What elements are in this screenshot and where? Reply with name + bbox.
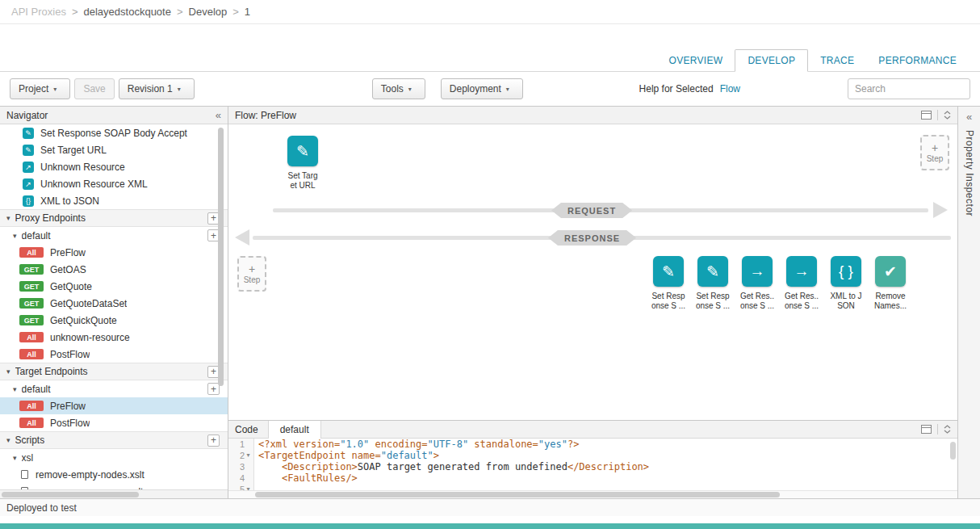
navigator-tree: ✎Set Response SOAP Body Accept✎Set Targe… xyxy=(0,124,228,489)
nav-group-default[interactable]: ▾default+ xyxy=(0,227,228,244)
nav-item-getquickquote[interactable]: GETGetQuickQuote xyxy=(0,312,228,329)
code-token: "UTF-8" xyxy=(428,439,469,450)
flow-step[interactable]: →Get Res.. onse S ... xyxy=(783,256,820,311)
method-badge: GET xyxy=(19,264,44,275)
flow-step[interactable]: →Get Res.. onse S ... xyxy=(739,256,776,311)
nav-label: remove-empty-nodes.xslt xyxy=(36,469,144,481)
project-button[interactable]: Project ▾ xyxy=(10,78,70,99)
caret-down-icon[interactable]: ▾ xyxy=(13,385,17,393)
breadcrumb-item-1: 1 xyxy=(245,6,250,18)
caret-down-icon[interactable]: ▾ xyxy=(6,214,10,222)
breadcrumb-item-develop[interactable]: Develop xyxy=(189,6,228,18)
add-button[interactable]: + xyxy=(207,435,220,447)
flow-step[interactable]: { }XML to J SON xyxy=(827,256,865,311)
tab-overview[interactable]: OVERVIEW xyxy=(657,50,735,71)
flow-header: Flow: PreFlow xyxy=(228,107,957,124)
revision-button[interactable]: Revision 1 ▾ xyxy=(119,78,195,99)
nav-item-getquote[interactable]: GETGetQuote xyxy=(0,278,228,295)
code-line[interactable]: 4 <FaultRules/> xyxy=(228,472,957,484)
nav-item-unknown-resource[interactable]: ↗Unknown Resource xyxy=(0,158,228,175)
code-text: <?xml version="1.0" encoding="UTF-8" sta… xyxy=(254,439,579,450)
code-vscrollbar[interactable] xyxy=(950,442,956,460)
method-badge: All xyxy=(19,247,44,258)
nav-item-remove-namespaces-xslt[interactable]: remove-namespaces.xslt xyxy=(0,483,228,489)
panel-layout-icon[interactable] xyxy=(921,425,932,434)
nav-label: xsl xyxy=(22,452,34,464)
method-badge: All xyxy=(19,401,44,411)
navigator-scrollbar[interactable] xyxy=(218,128,224,386)
caret-down-icon[interactable]: ▾ xyxy=(13,232,17,240)
nav-item-unknown-resource-xml[interactable]: ↗Unknown Resource XML xyxy=(0,175,228,192)
save-button[interactable]: Save xyxy=(74,78,114,99)
flow-step-label: Set Targ et URL xyxy=(277,171,329,191)
code-hscrollbar[interactable] xyxy=(228,490,957,498)
breadcrumb-item-delayedstockquote[interactable]: delayedstockquote xyxy=(84,6,171,18)
revision-button-label: Revision 1 xyxy=(128,83,173,94)
method-badge: All xyxy=(19,332,44,342)
code-token xyxy=(258,472,282,484)
code-line[interactable]: 2▾<TargetEndpoint name="default"> xyxy=(228,450,957,461)
code-token: "yes" xyxy=(538,439,567,450)
caret-down-icon[interactable]: ▾ xyxy=(6,436,10,444)
caret-down-icon[interactable]: ▾ xyxy=(13,454,17,462)
nav-label: Unknown Resource xyxy=(40,162,125,173)
nav-item-getquotedataset[interactable]: GETGetQuoteDataSet xyxy=(0,295,228,312)
add-step-label: Step xyxy=(244,275,261,284)
nav-item-set-target-url[interactable]: ✎Set Target URL xyxy=(0,141,228,158)
line-gutter: 5▾ xyxy=(228,484,254,490)
caret-down-icon: ▾ xyxy=(408,86,412,93)
fold-toggle-icon[interactable]: ▾ xyxy=(245,450,252,461)
flow-step[interactable]: ✎Set Targ et URL xyxy=(277,136,329,191)
collapse-navigator-icon[interactable]: « xyxy=(216,109,221,121)
flow-step[interactable]: ✔Remove Names... xyxy=(872,256,909,311)
nav-section-target-endpoints[interactable]: ▾Target Endpoints+ xyxy=(0,363,228,380)
add-step-button[interactable]: + Step xyxy=(920,135,949,170)
expand-property-inspector-icon[interactable]: « xyxy=(966,111,972,123)
code-line[interactable]: 1<?xml version="1.0" encoding="UTF-8" st… xyxy=(228,439,957,450)
tab-trace[interactable]: TRACE xyxy=(808,50,866,71)
nav-group-xsl[interactable]: ▾xsl xyxy=(0,449,228,466)
nav-item-postflow[interactable]: AllPostFlow xyxy=(0,414,228,431)
code-text: <TargetEndpoint name="default"> xyxy=(254,450,439,461)
flow-step[interactable]: ✎Set Resp onse S ... xyxy=(650,256,687,311)
code-line[interactable]: 3 <Description>SOAP target generated fro… xyxy=(228,461,957,472)
caret-down-icon[interactable]: ▾ xyxy=(6,367,10,376)
nav-item-set-response-soap-body-accept[interactable]: ✎Set Response SOAP Body Accept xyxy=(0,124,228,141)
assign-icon: → xyxy=(742,256,773,287)
search-input[interactable] xyxy=(848,78,970,99)
nav-item-unknown-resource[interactable]: Allunknown-resource xyxy=(0,329,228,346)
nav-section-scripts[interactable]: ▾Scripts+ xyxy=(0,431,228,449)
flow-help-link[interactable]: Flow xyxy=(720,83,740,94)
nav-item-preflow[interactable]: AllPreFlow xyxy=(0,244,228,261)
code-token: standalone= xyxy=(468,439,538,450)
collapse-panel-icon[interactable] xyxy=(944,111,951,120)
tools-button[interactable]: Tools ▾ xyxy=(372,78,425,99)
nav-item-xml-to-json[interactable]: {}XML to JSON xyxy=(0,192,228,209)
nav-item-preflow[interactable]: AllPreFlow xyxy=(0,397,228,414)
nav-item-postflow[interactable]: AllPostFlow xyxy=(0,346,228,363)
collapse-panel-icon[interactable] xyxy=(944,425,951,434)
flow-step[interactable]: ✎Set Resp onse S ... xyxy=(694,256,731,311)
nav-item-remove-empty-nodes-xslt[interactable]: remove-empty-nodes.xslt xyxy=(0,466,228,483)
caret-down-icon: ▾ xyxy=(178,86,181,93)
status-bar: Deployed to test xyxy=(0,498,980,516)
code-line[interactable]: 5▾ xyxy=(228,484,957,490)
add-step-button[interactable]: + Step xyxy=(237,256,266,292)
nav-item-getoas[interactable]: GETGetOAS xyxy=(0,261,228,278)
line-number: 3 xyxy=(240,461,245,472)
caret-down-icon: ▾ xyxy=(53,86,57,93)
navigator-hscrollbar[interactable] xyxy=(0,489,228,498)
deployment-button[interactable]: Deployment ▾ xyxy=(441,78,523,99)
nav-section-proxy-endpoints[interactable]: ▾Proxy Endpoints+ xyxy=(0,209,228,227)
fold-toggle-icon[interactable]: ▾ xyxy=(245,484,252,490)
pencil-icon: ✎ xyxy=(287,136,318,166)
nav-group-default[interactable]: ▾default+ xyxy=(0,380,228,397)
nav-label: PostFlow xyxy=(50,349,90,360)
panel-layout-icon[interactable] xyxy=(921,111,932,120)
app-window: API Proxies>delayedstockquote>Develop>1 … xyxy=(0,0,980,529)
code-text: <FaultRules/> xyxy=(254,472,358,484)
tab-performance[interactable]: PERFORMANCE xyxy=(866,50,969,71)
code-tab-default[interactable]: default xyxy=(268,421,321,439)
tab-develop[interactable]: DEVELOP xyxy=(735,49,808,72)
breadcrumb-item-api-proxies[interactable]: API Proxies xyxy=(11,6,66,18)
